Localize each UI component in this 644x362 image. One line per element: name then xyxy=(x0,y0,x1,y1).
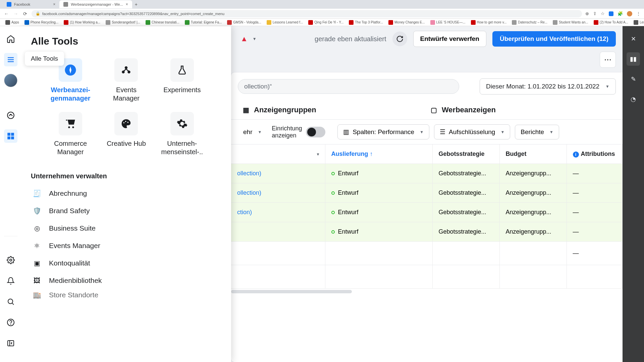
doc-favicon xyxy=(63,2,68,7)
history-icon[interactable]: ◔ xyxy=(627,93,640,106)
bookmark-item[interactable]: (2) How To Add A... xyxy=(592,19,630,25)
table-row[interactable]: EntwurfGebotsstrategie...Anzeigengrupp..… xyxy=(231,222,623,242)
close-icon[interactable]: × xyxy=(126,2,128,7)
bookmark-item[interactable]: GMSN - Vologda... xyxy=(225,19,263,25)
campaign-name-link[interactable]: ollection) xyxy=(237,170,261,177)
nav-account-quality[interactable]: ▣Kontoqualität xyxy=(31,256,222,270)
tool-label: Commerce Manager xyxy=(54,139,87,156)
tab-ads[interactable]: ▢ Werbeanzeigen xyxy=(424,101,617,119)
col-delivery[interactable]: Auslieferung ↑ xyxy=(325,144,432,164)
setup-toggle[interactable] xyxy=(306,127,325,137)
bookmark-item[interactable]: Money Changes E... xyxy=(386,19,427,25)
nav-brand-safety[interactable]: 🛡️Brand Safety xyxy=(31,203,222,218)
cell-bid: Gebotsstrategie... xyxy=(432,164,499,183)
status-dot-icon xyxy=(331,230,335,234)
tool-commerce-manager[interactable]: Commerce Manager xyxy=(44,112,97,156)
bookmark-item[interactable]: Tutorial: Eigene Fa... xyxy=(183,19,224,25)
bookmark-item[interactable]: (1) How Working a... xyxy=(62,19,102,25)
bookmark-item[interactable]: Lessons Learned f... xyxy=(265,19,305,25)
bookmark-item[interactable]: LEE 'S HOUSE—... xyxy=(428,19,468,25)
new-tab-button[interactable]: + xyxy=(132,0,140,8)
extension-icon[interactable] xyxy=(609,11,613,16)
bookmark-item[interactable]: How to get more v... xyxy=(469,19,509,25)
collapse-icon[interactable] xyxy=(4,337,17,350)
puzzle-icon[interactable]: 🧩 xyxy=(618,11,623,16)
discard-drafts-button[interactable]: Entwürfe verwerfen xyxy=(413,31,486,47)
refresh-button[interactable] xyxy=(392,32,407,46)
zoom-icon[interactable]: ⊕ xyxy=(585,11,589,16)
nav-events-manager[interactable]: ⚛Events Manager xyxy=(31,238,222,253)
home-icon[interactable] xyxy=(4,32,17,46)
share-icon[interactable]: ⇪ xyxy=(593,11,597,16)
bookmark-item[interactable]: Sonderangebot! |... xyxy=(104,19,142,25)
breakdown-dropdown[interactable]: ☰ Aufschlüsselung ▼ xyxy=(434,124,510,139)
nav-billing[interactable]: 🧾Abrechnung xyxy=(31,186,222,201)
billing-icon: 🧾 xyxy=(32,189,42,197)
table-row[interactable]: ction)EntwurfGebotsstrategie...Anzeigeng… xyxy=(231,203,623,222)
bookmark-item[interactable]: Phone Recycling... xyxy=(22,19,60,25)
svg-point-23 xyxy=(68,126,70,128)
search-icon[interactable] xyxy=(4,295,17,308)
gauge-icon[interactable] xyxy=(4,109,17,122)
reload-icon[interactable]: ⟳ xyxy=(22,11,28,16)
campaign-name-link[interactable]: ollection) xyxy=(237,189,261,196)
back-icon[interactable]: ← xyxy=(3,11,9,16)
tool-creative-hub[interactable]: Creative Hub xyxy=(100,112,152,156)
svg-point-10 xyxy=(8,299,13,304)
campaign-name-link[interactable]: ction) xyxy=(237,209,252,216)
more-dropdown[interactable]: ehr▼ xyxy=(238,125,267,139)
left-rail xyxy=(0,26,21,362)
browser-tab[interactable]: Werbeanzeigenmanager - We... × xyxy=(59,0,132,8)
col-bid[interactable]: Gebotsstrategie xyxy=(432,144,499,164)
bookmark-item[interactable]: Qing Fei De Yi - Y... xyxy=(306,19,345,25)
horizontal-scrollbar[interactable] xyxy=(231,290,352,293)
tool-business-settings[interactable]: Unterneh- menseinstel-.. xyxy=(156,112,208,156)
col-name[interactable]: ▾ xyxy=(231,144,325,164)
bookmark-item[interactable]: The Top 3 Platfor... xyxy=(347,19,385,25)
star-icon[interactable]: ☆ xyxy=(601,11,605,16)
review-publish-button[interactable]: Überprüfen und Veröffentlichen (12) xyxy=(492,31,616,47)
tool-experiments[interactable]: Experiments xyxy=(156,58,208,103)
table-row[interactable]: ollection)EntwurfGebotsstrategie...Anzei… xyxy=(231,183,623,203)
palette-icon xyxy=(114,112,138,135)
tab-adsets[interactable]: ▦ Anzeigengruppen xyxy=(236,101,424,119)
reading-list[interactable]: Leseliste xyxy=(632,19,644,25)
forward-icon[interactable]: → xyxy=(13,11,19,16)
nav-store-locations[interactable]: 🏬Store Standorte xyxy=(31,291,222,299)
bell-icon[interactable] xyxy=(4,274,17,288)
help-icon[interactable] xyxy=(4,316,17,329)
table-row[interactable]: ollection)EntwurfGebotsstrategie...Anzei… xyxy=(231,164,623,183)
tool-events-manager[interactable]: Events Manager xyxy=(100,58,152,103)
profile-avatar-icon[interactable] xyxy=(627,11,632,16)
close-icon[interactable]: × xyxy=(53,2,55,7)
close-panel-button[interactable]: ✕ xyxy=(627,32,640,46)
bookmark-item[interactable]: Datenschutz – Re... xyxy=(510,19,549,25)
account-avatar[interactable] xyxy=(4,74,17,87)
kebab-icon[interactable]: ⋮ xyxy=(636,11,641,16)
menu-icon[interactable] xyxy=(4,53,17,66)
browser-tab[interactable]: Facebook × xyxy=(3,0,59,8)
nav-business-suite[interactable]: ◎Business Suite xyxy=(31,221,222,236)
settings-icon[interactable] xyxy=(4,253,17,267)
reports-dropdown[interactable]: Berichte ▼ xyxy=(515,125,559,139)
warning-dropdown[interactable]: ▲ ▼ xyxy=(238,33,259,45)
bookmark-item[interactable]: Student Wants an... xyxy=(551,19,590,25)
grid-icon[interactable] xyxy=(4,129,17,143)
search-field[interactable]: ollection)“ xyxy=(238,79,459,94)
overflow-menu-button[interactable]: ⋯ xyxy=(600,52,616,68)
col-attribution[interactable]: iAttributions xyxy=(567,144,623,164)
url-field[interactable]: 🔒 facebook.com/adsmanager/manage/campaig… xyxy=(32,10,582,17)
columns-dropdown[interactable]: ▥ Spalten: Performance ▼ xyxy=(337,124,429,139)
campaigns-table: ▾ Auslieferung ↑ Gebotsstrategie Budget … xyxy=(231,144,623,289)
suite-icon: ◎ xyxy=(32,224,42,232)
nav-media-library[interactable]: 🖼Medienbibliothek xyxy=(31,273,222,288)
flask-icon xyxy=(170,58,194,82)
bookmark-favicon xyxy=(185,20,190,25)
bookmark-item[interactable]: Chinese translati... xyxy=(144,19,181,25)
date-range-picker[interactable]: Dieser Monat: 1.01.2022 bis 12.01.2022 ▼ xyxy=(480,78,616,95)
col-budget[interactable]: Budget xyxy=(499,144,567,164)
charts-icon[interactable]: ▮▮ xyxy=(627,52,640,66)
bookmark-item[interactable]: Apps xyxy=(3,19,21,25)
edit-icon[interactable]: ✎ xyxy=(627,72,640,86)
table-scroll[interactable]: ▾ Auslieferung ↑ Gebotsstrategie Budget … xyxy=(231,144,623,362)
